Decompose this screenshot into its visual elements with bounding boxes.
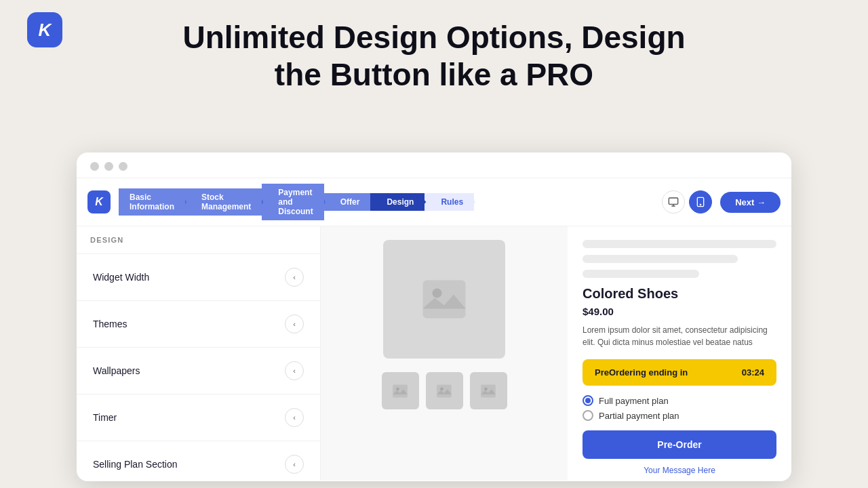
nav-bar: K Basic Information Stock Management Pay… [77, 178, 791, 226]
selling-plan-label: Selling Plan Section [93, 459, 178, 470]
themes-label: Themes [93, 319, 127, 329]
preorder-banner: PreOrdering ending in 03:24 [583, 359, 776, 386]
product-title: Colored Shoes [583, 286, 776, 302]
nav-step-stock[interactable]: Stock Management [185, 188, 262, 216]
widget-width-label: Widget Width [93, 272, 149, 283]
nav-step-label: Payment and Discount [278, 188, 313, 216]
nav-step-payment[interactable]: Payment and Discount [262, 184, 323, 220]
thumbnail-1[interactable] [382, 372, 419, 409]
radio-full-inner [585, 398, 591, 403]
timer-chevron[interactable]: ‹ [285, 408, 304, 427]
product-thumbnails [382, 372, 507, 409]
center-preview [321, 226, 568, 481]
preorder-timer: 03:24 [742, 367, 764, 378]
skeleton-line-1 [583, 240, 776, 248]
right-panel: Colored Shoes $49.00 Lorem ipsum dolor s… [568, 226, 791, 481]
view-toggle [662, 190, 712, 214]
left-panel: DESIGN Widget Width ‹ Themes ‹ Wallpaper… [77, 226, 321, 481]
nav-step-label: Rules [441, 197, 463, 207]
nav-steps: Basic Information Stock Management Payme… [119, 184, 474, 220]
next-button[interactable]: Next → [720, 192, 781, 213]
preorder-label: PreOrdering ending in [595, 367, 688, 378]
window-dots [90, 162, 778, 171]
wallpapers-chevron[interactable]: ‹ [285, 361, 304, 380]
content-area: DESIGN Widget Width ‹ Themes ‹ Wallpaper… [77, 226, 791, 481]
svg-point-4 [433, 288, 442, 298]
nav-step-basic-info[interactable]: Basic Information [119, 188, 185, 216]
thumbnail-2[interactable] [426, 372, 463, 409]
nav-step-label: Offer [340, 197, 360, 207]
desktop-view-button[interactable] [662, 190, 685, 214]
design-item-wallpapers[interactable]: Wallpapers ‹ [77, 348, 320, 394]
timer-label: Timer [93, 412, 117, 423]
design-item-timer[interactable]: Timer ‹ [77, 394, 320, 441]
svg-point-2 [701, 204, 701, 205]
nav-step-label: Design [387, 197, 414, 207]
selling-plan-chevron[interactable]: ‹ [285, 455, 304, 474]
svg-rect-0 [669, 198, 678, 204]
svg-rect-9 [481, 384, 496, 397]
nav-step-offer[interactable]: Offer [324, 193, 371, 211]
radio-full-outer [583, 395, 593, 406]
thumbnail-3[interactable] [470, 372, 507, 409]
widget-width-chevron[interactable]: ‹ [285, 268, 304, 287]
svg-rect-5 [393, 384, 408, 397]
dot-3 [119, 162, 127, 171]
nav-logo: K [87, 190, 111, 214]
nav-logo-letter: K [95, 196, 103, 208]
payment-option-partial[interactable]: Partial payment plan [583, 410, 776, 421]
svg-rect-3 [423, 281, 466, 319]
ui-card: K Basic Information Stock Management Pay… [77, 152, 791, 481]
nav-step-design[interactable]: Design [370, 193, 425, 211]
svg-point-10 [484, 387, 488, 390]
nav-step-rules[interactable]: Rules [425, 193, 474, 211]
radio-partial [583, 410, 593, 421]
payment-option-full[interactable]: Full payment plan [583, 395, 776, 406]
hero-title: Unlimited Design Options, Design the But… [0, 19, 868, 94]
design-header-label: DESIGN [90, 236, 123, 244]
preorder-button[interactable]: Pre-Order [583, 430, 776, 459]
skeleton-line-3 [583, 270, 699, 278]
payment-option-full-label: Full payment plan [599, 396, 669, 406]
product-description: Lorem ipsum dolor sit amet, consectetur … [583, 324, 776, 348]
svg-rect-7 [437, 384, 452, 397]
your-message-link[interactable]: Your Message Here [583, 466, 776, 475]
nav-step-label: Stock Management [201, 192, 251, 211]
design-header: DESIGN [77, 226, 320, 254]
next-button-label: Next → [735, 197, 766, 207]
tablet-view-button[interactable] [689, 190, 712, 214]
payment-option-partial-label: Partial payment plan [599, 411, 679, 421]
nav-step-label: Basic Information [130, 192, 174, 211]
svg-point-6 [396, 387, 399, 390]
svg-point-8 [440, 387, 443, 390]
design-item-themes[interactable]: Themes ‹ [77, 301, 320, 348]
skeleton-line-2 [583, 255, 738, 263]
hero-title-line2: the Button like a PRO [275, 57, 593, 92]
product-price: $49.00 [583, 306, 776, 317]
design-item-selling-plan[interactable]: Selling Plan Section ‹ [77, 441, 320, 481]
design-item-widget-width[interactable]: Widget Width ‹ [77, 254, 320, 301]
hero-title-line1: Unlimited Design Options, Design [182, 20, 685, 55]
payment-options: Full payment plan Partial payment plan [583, 395, 776, 421]
wallpapers-label: Wallpapers [93, 365, 140, 376]
dot-1 [90, 162, 99, 171]
title-bar [77, 152, 791, 178]
themes-chevron[interactable]: ‹ [285, 314, 304, 333]
product-main-image [383, 240, 505, 359]
preorder-button-label: Pre-Order [657, 439, 701, 450]
dot-2 [104, 162, 113, 171]
